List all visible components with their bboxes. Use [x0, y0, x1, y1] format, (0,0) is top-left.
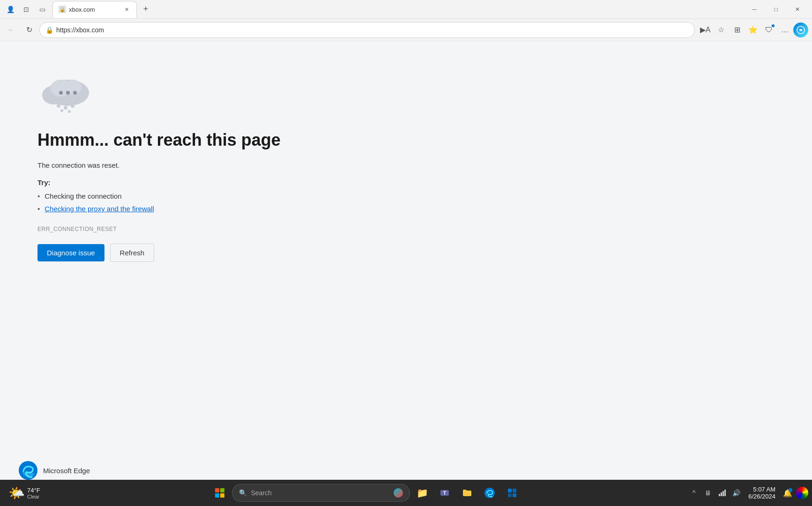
refresh-button[interactable]: Refresh	[110, 244, 155, 262]
clock-time: 5:07 AM	[753, 486, 775, 493]
active-tab[interactable]: 🔒 xbox.com ✕	[52, 1, 137, 18]
action-buttons: Diagnose issue Refresh	[37, 244, 154, 262]
tab-bar: 🔒 xbox.com ✕ +	[52, 1, 744, 18]
split-screen-button[interactable]: ⊞	[730, 22, 745, 37]
svg-rect-17	[508, 489, 512, 492]
error-code: ERR_CONNECTION_RESET	[37, 226, 117, 232]
shield-badge	[771, 23, 775, 28]
read-aloud-button[interactable]: ▶A	[698, 22, 713, 37]
svg-rect-19	[508, 493, 512, 497]
suggestion-item-1: Checking the connection	[37, 192, 154, 200]
windows-logo	[215, 488, 224, 498]
close-button[interactable]: ✕	[787, 0, 808, 19]
favorites-button[interactable]: ☆	[714, 22, 729, 37]
weather-text: 74°F Clear	[27, 487, 40, 499]
svg-point-6	[66, 91, 70, 95]
taskbar-search-bar[interactable]: 🔍 Search	[232, 484, 410, 502]
titlebar: 👤 ⊡ ▭ 🔒 xbox.com ✕ + ─ □ ✕	[0, 0, 812, 19]
back-button[interactable]: ←	[4, 22, 19, 37]
tab-groups-icon[interactable]: ⊡	[20, 3, 33, 16]
taskbar-app-file-explorer[interactable]: 📁	[412, 483, 432, 503]
svg-text:T: T	[443, 491, 446, 496]
profile-icon[interactable]: 👤	[4, 3, 17, 16]
svg-rect-21	[719, 494, 720, 496]
toolbar-actions: ▶A ☆ ⊞ ⭐ 🛡 …	[698, 22, 808, 37]
windows-spotlight-icon[interactable]	[796, 487, 808, 499]
notification-badge	[789, 488, 792, 492]
weather-temperature: 74°F	[27, 487, 40, 494]
url-text: https://xbox.com	[56, 26, 689, 34]
search-icon: 🔍	[239, 489, 247, 497]
weather-description: Clear	[27, 494, 40, 499]
win-logo-red	[215, 488, 219, 492]
taskbar-right: ^ 🖥 🔊 5:07 AM 6/26/2024 🔔	[687, 484, 808, 502]
svg-point-8	[57, 104, 60, 108]
tray-chevron-icon[interactable]: ^	[687, 486, 700, 499]
suggestions-list: Checking the connection Checking the pro…	[37, 192, 154, 217]
error-cloud-illustration	[37, 69, 94, 116]
browser-content: Hmmm... can't reach this page The connec…	[0, 41, 812, 480]
start-button[interactable]	[209, 483, 230, 503]
win-logo-yellow	[220, 493, 224, 498]
maximize-button[interactable]: □	[765, 0, 787, 19]
window-controls: ─ □ ✕	[744, 0, 808, 19]
weather-icon: 🌤️	[8, 485, 23, 500]
taskbar-app-folder[interactable]	[457, 483, 477, 503]
win-logo-green	[220, 488, 224, 492]
svg-point-12	[68, 110, 71, 113]
taskbar-app-teams[interactable]: T	[434, 483, 455, 503]
more-button[interactable]: …	[777, 22, 792, 37]
svg-point-11	[60, 109, 63, 112]
system-tray: ^ 🖥 🔊	[687, 486, 743, 499]
tab-close-btn[interactable]: ✕	[122, 5, 131, 14]
win-logo-blue	[215, 493, 219, 498]
sidebar-icon[interactable]: ▭	[36, 3, 49, 16]
taskbar-app-edge[interactable]	[479, 483, 500, 503]
error-subtitle: The connection was reset.	[37, 161, 119, 169]
taskbar-app-store[interactable]	[502, 483, 522, 503]
error-title: Hmmm... can't reach this page	[37, 130, 281, 150]
svg-rect-23	[723, 491, 724, 496]
taskbar-center: 🔍 Search 📁 T	[47, 483, 686, 503]
svg-point-9	[64, 106, 67, 110]
tray-monitor-icon[interactable]: 🖥	[701, 486, 715, 499]
reload-button[interactable]: ↻	[22, 22, 37, 37]
url-bar[interactable]: 🔒 https://xbox.com	[39, 22, 695, 38]
suggestion-text-1: Checking the connection	[45, 192, 121, 200]
svg-point-4	[63, 80, 82, 95]
tab-title: xbox.com	[69, 6, 95, 13]
svg-rect-22	[721, 492, 722, 496]
proxy-firewall-link[interactable]: Checking the proxy and the firewall	[45, 205, 154, 213]
minimize-button[interactable]: ─	[744, 0, 765, 19]
lock-icon: 🔒	[45, 26, 53, 34]
svg-point-10	[71, 104, 74, 108]
svg-rect-24	[724, 490, 726, 496]
new-tab-button[interactable]: +	[139, 2, 153, 16]
svg-point-7	[73, 91, 77, 95]
svg-rect-20	[513, 493, 516, 497]
clock-date: 6/26/2024	[748, 493, 775, 500]
edge-promo-text: Microsoft Edge	[43, 467, 90, 475]
bing-icon	[394, 488, 403, 498]
weather-widget[interactable]: 🌤️ 74°F Clear	[4, 484, 45, 502]
svg-point-5	[59, 91, 63, 95]
tab-favicon: 🔒	[59, 6, 66, 13]
shield-button[interactable]: 🛡	[761, 22, 776, 37]
edge-logo	[19, 461, 37, 480]
suggestion-item-2: Checking the proxy and the firewall	[37, 205, 154, 213]
tray-volume-icon[interactable]: 🔊	[730, 486, 743, 499]
tray-network-icon[interactable]	[715, 486, 729, 499]
search-placeholder: Search	[251, 489, 390, 497]
try-label: Try:	[37, 179, 51, 186]
taskbar: 🌤️ 74°F Clear 🔍 Search 📁 T	[0, 480, 812, 506]
address-bar: ← ↻ 🔒 https://xbox.com ▶A ☆ ⊞ ⭐ 🛡 …	[0, 19, 812, 41]
edge-promo: Microsoft Edge	[19, 461, 90, 480]
collections-button[interactable]: ⭐	[745, 22, 760, 37]
clock[interactable]: 5:07 AM 6/26/2024	[745, 484, 779, 502]
diagnose-issue-button[interactable]: Diagnose issue	[37, 244, 104, 261]
svg-rect-18	[513, 489, 516, 492]
notification-icon[interactable]: 🔔	[781, 486, 794, 499]
edge-copilot-button[interactable]	[793, 22, 808, 37]
titlebar-left-icons: 👤 ⊡ ▭	[4, 3, 49, 16]
